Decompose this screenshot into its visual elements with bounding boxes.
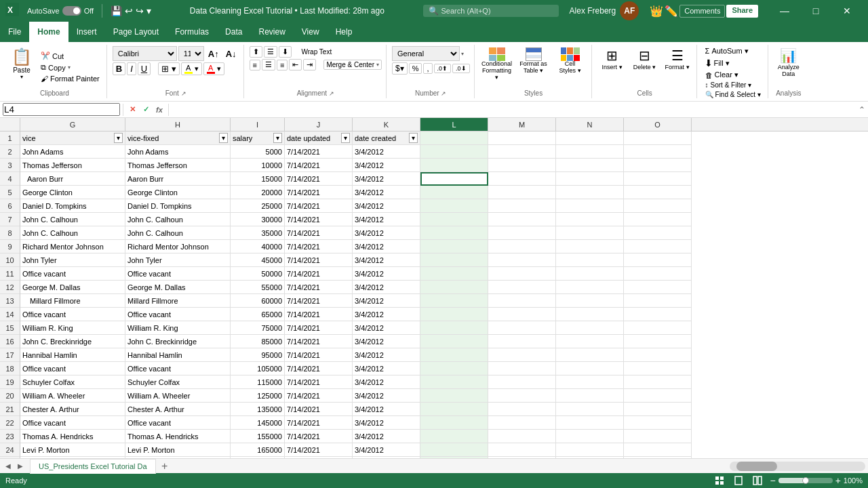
cell-l20[interactable]	[420, 389, 488, 403]
tab-review[interactable]: Review	[250, 22, 293, 42]
cell-m3[interactable]	[488, 159, 556, 172]
cell-k18[interactable]: 3/4/2012	[353, 362, 420, 375]
redo-icon[interactable]: ↪	[136, 5, 144, 16]
cell-m4[interactable]	[488, 172, 556, 186]
zoom-slider[interactable]	[778, 478, 833, 483]
cell-l25[interactable]	[420, 457, 488, 458]
cell-n25[interactable]	[556, 457, 624, 458]
percent-btn[interactable]: %	[409, 63, 422, 74]
cell-i20[interactable]: 125000	[231, 389, 285, 403]
cell-h2[interactable]: John Adams	[125, 145, 231, 159]
dec-dec-btn[interactable]: .0⬇	[452, 64, 470, 73]
cell-k20[interactable]: 3/4/2012	[353, 389, 420, 403]
cell-i10[interactable]: 45000	[231, 253, 285, 267]
cell-n24[interactable]	[556, 443, 624, 457]
cell-g3[interactable]: Thomas Jefferson	[20, 159, 125, 172]
cell-g15[interactable]: William R. King	[20, 321, 125, 335]
font-dialog-btn[interactable]: ↗	[181, 90, 186, 97]
share-btn[interactable]: Share	[726, 5, 758, 18]
cell-h21[interactable]: Chester A. Arthur	[125, 403, 231, 416]
insert-function-btn[interactable]: fx	[153, 104, 165, 116]
cell-n23[interactable]	[556, 430, 624, 443]
cell-h11[interactable]: Office vacant	[125, 267, 231, 281]
cell-m10[interactable]	[488, 253, 556, 267]
cell-o24[interactable]	[624, 443, 692, 457]
row-num-18[interactable]: 18	[0, 362, 20, 375]
cell-i18[interactable]: 105000	[231, 362, 285, 375]
cell-m16[interactable]	[488, 335, 556, 348]
cell-h4[interactable]: Aaron Burr	[125, 172, 231, 186]
cell-m21[interactable]	[488, 403, 556, 416]
row-num-13[interactable]: 13	[0, 294, 20, 308]
cell-l16[interactable]	[420, 335, 488, 348]
row-num-1[interactable]: 1	[0, 131, 20, 145]
col-header-j[interactable]: J	[285, 118, 353, 131]
cell-o14[interactable]	[624, 308, 692, 321]
cell-l19[interactable]	[420, 375, 488, 389]
cell-h14[interactable]: Office vacant	[125, 308, 231, 321]
cell-l13[interactable]	[420, 294, 488, 308]
cell-k13[interactable]: 3/4/2012	[353, 294, 420, 308]
cell-h17[interactable]: Hannibal Hamlin	[125, 348, 231, 362]
cell-k1[interactable]: date created ▾	[353, 131, 420, 145]
col-header-i[interactable]: I	[231, 118, 285, 131]
row-num-23[interactable]: 23	[0, 430, 20, 443]
italic-btn[interactable]: I	[127, 62, 136, 75]
merge-center-btn[interactable]: Merge & Center ▾	[323, 60, 382, 70]
font-color-btn[interactable]: A ▾	[203, 62, 224, 75]
cell-i12[interactable]: 55000	[231, 281, 285, 294]
cell-g22[interactable]: Office vacant	[20, 416, 125, 430]
save-icon[interactable]: 💾	[111, 5, 122, 16]
cell-l4[interactable]	[420, 172, 488, 186]
row-num-2[interactable]: 2	[0, 145, 20, 159]
cell-o11[interactable]	[624, 267, 692, 281]
cell-g2[interactable]: John Adams	[20, 145, 125, 159]
sort-filter-btn[interactable]: ↕ Sort & Filter ▾	[703, 81, 755, 89]
cell-j17[interactable]: 7/14/2021	[285, 348, 353, 362]
cell-i15[interactable]: 75000	[231, 321, 285, 335]
cell-i22[interactable]: 145000	[231, 416, 285, 430]
cell-l12[interactable]	[420, 281, 488, 294]
autosum-btn[interactable]: Σ AutoSum ▾	[703, 46, 751, 56]
cell-k11[interactable]: 3/4/2012	[353, 267, 420, 281]
sheet-tab-main[interactable]: US_Presidents Excel Tutorial Da	[30, 459, 156, 474]
cell-j19[interactable]: 7/14/2021	[285, 375, 353, 389]
row-num-24[interactable]: 24	[0, 443, 20, 457]
cell-n14[interactable]	[556, 308, 624, 321]
cell-o17[interactable]	[624, 348, 692, 362]
cell-i2[interactable]: 5000	[231, 145, 285, 159]
autosave-toggle[interactable]	[62, 6, 81, 16]
cell-j7[interactable]: 7/14/2021	[285, 213, 353, 226]
align-bottom-btn[interactable]: ⬇	[279, 46, 292, 58]
row-num-19[interactable]: 19	[0, 375, 20, 389]
cell-j18[interactable]: 7/14/2021	[285, 362, 353, 375]
tab-page-layout[interactable]: Page Layout	[105, 22, 167, 42]
row-num-15[interactable]: 15	[0, 321, 20, 335]
cell-o9[interactable]	[624, 240, 692, 253]
cell-k24[interactable]: 3/4/2012	[353, 443, 420, 457]
cell-m9[interactable]	[488, 240, 556, 253]
cell-h12[interactable]: George M. Dallas	[125, 281, 231, 294]
align-center-btn[interactable]: ☰	[262, 59, 275, 70]
cell-m12[interactable]	[488, 281, 556, 294]
cell-m6[interactable]	[488, 199, 556, 213]
cell-styles-btn[interactable]: CellStyles ▾	[553, 46, 587, 76]
cell-o4[interactable]	[624, 172, 692, 186]
cell-n17[interactable]	[556, 348, 624, 362]
tab-scroll-right-btn[interactable]: ▶	[15, 461, 26, 472]
cell-o5[interactable]	[624, 186, 692, 199]
col-header-l[interactable]: L	[420, 118, 488, 131]
indent-dec-btn[interactable]: ⇤	[289, 59, 302, 70]
cell-l1[interactable]	[420, 131, 488, 145]
cell-n2[interactable]	[556, 145, 624, 159]
cell-m15[interactable]	[488, 321, 556, 335]
cell-o22[interactable]	[624, 416, 692, 430]
cell-h8[interactable]: John C. Calhoun	[125, 226, 231, 240]
add-sheet-btn[interactable]: +	[157, 459, 172, 474]
cell-k6[interactable]: 3/4/2012	[353, 199, 420, 213]
cell-k4[interactable]: 3/4/2012	[353, 172, 420, 186]
cell-l22[interactable]	[420, 416, 488, 430]
comma-btn[interactable]: ,	[423, 63, 432, 74]
row-num-3[interactable]: 3	[0, 159, 20, 172]
insert-btn[interactable]: ⊞ Insert ▾	[597, 46, 627, 72]
